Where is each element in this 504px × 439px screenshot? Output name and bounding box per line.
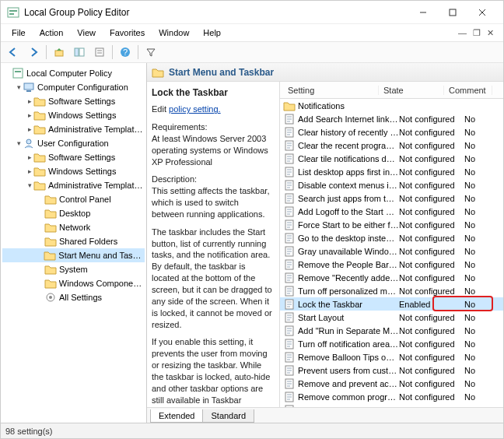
tree-item[interactable]: ▾Administrative Templates — [2, 178, 145, 192]
minimize-button[interactable] — [408, 2, 438, 23]
expand-icon[interactable]: ▸ — [26, 153, 33, 161]
setting-row[interactable]: Turn off notification area clean...Not c… — [280, 337, 503, 350]
setting-state: Not configured — [399, 260, 464, 269]
back-button[interactable] — [4, 44, 23, 61]
setting-row[interactable]: Remove the People Bar from t...Not confi… — [280, 258, 503, 271]
expand-icon[interactable]: ▸ — [26, 125, 33, 133]
close-button[interactable] — [467, 2, 497, 23]
setting-row[interactable]: Go to the desktop instead of St...Not co… — [280, 231, 503, 244]
menu-action[interactable]: Action — [33, 26, 70, 39]
tree-item-label: Shared Folders — [59, 237, 117, 246]
expand-icon[interactable]: ▾ — [26, 181, 33, 189]
up-button[interactable] — [50, 44, 68, 61]
policy-item-icon — [283, 365, 296, 376]
expand-icon[interactable]: ▾ — [15, 139, 23, 147]
setting-row[interactable]: Clear history of recently opene...Not co… — [280, 125, 503, 139]
tree-item[interactable]: Desktop — [2, 206, 145, 220]
tree-item[interactable]: Windows Components — [2, 276, 145, 290]
setting-row[interactable]: Turn off personalized menusNot configure… — [280, 284, 503, 297]
setting-row[interactable]: Force Start to be either full scr...Not … — [280, 218, 503, 231]
comp-icon — [23, 82, 35, 93]
setting-row[interactable]: Remove Favorites menu from ...Not config… — [280, 403, 503, 407]
edit-policy-link[interactable]: policy setting. — [169, 104, 221, 114]
mdi-close-icon[interactable]: ✕ — [487, 28, 494, 38]
show-hide-tree-button[interactable] — [70, 44, 89, 61]
tab-extended[interactable]: Extended — [150, 409, 203, 423]
col-setting[interactable]: Setting — [283, 86, 379, 95]
tree-item[interactable]: Local Computer Policy — [2, 66, 145, 80]
expand-icon[interactable]: ▸ — [26, 111, 33, 119]
tree-item[interactable]: ▸Windows Settings — [2, 164, 145, 178]
setting-row[interactable]: Add "Run in Separate Memory...Not config… — [280, 324, 503, 337]
expand-icon[interactable]: ▸ — [26, 97, 33, 105]
setting-state: Not configured — [399, 141, 464, 150]
tree-item[interactable]: Start Menu and Taskbar — [2, 248, 145, 262]
setting-comment: No — [464, 273, 503, 283]
mdi-restore-icon[interactable]: ❐ — [473, 28, 481, 38]
setting-row[interactable]: Search just apps from the App...Not conf… — [280, 191, 503, 205]
svg-rect-18 — [26, 90, 31, 92]
tree-item[interactable]: ▸Software Settings — [2, 150, 145, 164]
tree-item[interactable]: ▸Windows Settings — [2, 108, 145, 122]
setting-row[interactable]: Lock the TaskbarEnabledNo — [280, 297, 503, 311]
list-body[interactable]: NotificationsAdd Search Internet link to… — [280, 99, 503, 407]
menu-view[interactable]: View — [71, 26, 102, 39]
tree-item[interactable]: ▾User Configuration — [2, 136, 145, 150]
setting-comment: No — [464, 286, 503, 296]
setting-row[interactable]: Clear tile notifications during l...Not … — [280, 152, 503, 165]
setting-row[interactable]: Remove common program gr...Not configure… — [280, 390, 503, 403]
menu-file[interactable]: File — [5, 26, 32, 39]
svg-point-21 — [49, 296, 52, 299]
properties-button[interactable] — [90, 44, 109, 61]
expand-icon[interactable]: ▸ — [26, 167, 33, 175]
folder-icon — [44, 194, 57, 205]
setting-row[interactable]: Remove Balloon Tips on Start ...Not conf… — [280, 350, 503, 363]
setting-comment: No — [464, 128, 503, 137]
col-comment[interactable]: Comment — [444, 86, 492, 95]
tree-panel[interactable]: Local Computer Policy▾Computer Configura… — [1, 63, 147, 423]
policy-item-icon — [283, 140, 296, 151]
app-icon — [7, 6, 19, 19]
tree-item[interactable]: Control Panel — [2, 192, 145, 206]
svg-rect-1 — [9, 10, 17, 12]
filter-button[interactable] — [142, 44, 160, 61]
setting-row[interactable]: Add Logoff to the Start MenuNot configur… — [280, 205, 503, 218]
svg-rect-17 — [24, 83, 33, 90]
folder-icon — [152, 67, 164, 78]
maximize-button[interactable] — [438, 2, 467, 23]
menu-help[interactable]: Help — [197, 26, 227, 39]
setting-row[interactable]: Remove "Recently added" list f...Not con… — [280, 271, 503, 284]
help-button[interactable]: ? — [116, 44, 135, 61]
menu-window[interactable]: Window — [152, 26, 195, 39]
setting-row[interactable]: Notifications — [280, 99, 503, 112]
tree-item[interactable]: System — [2, 262, 145, 276]
tree-item-label: Control Panel — [59, 195, 111, 204]
setting-state: Not configured — [399, 339, 464, 349]
mdi-minimize-icon[interactable]: — — [458, 28, 467, 38]
setting-row[interactable]: List desktop apps first in the A...Not c… — [280, 165, 503, 178]
tree-item[interactable]: All Settings — [2, 290, 145, 304]
col-state[interactable]: State — [379, 86, 444, 95]
setting-row[interactable]: Disable context menus in the S...Not con… — [280, 178, 503, 191]
setting-row[interactable]: Start LayoutNot configuredNo — [280, 311, 503, 324]
tree-item[interactable]: Shared Folders — [2, 234, 145, 248]
tree-item[interactable]: Network — [2, 220, 145, 234]
menu-favorites[interactable]: Favorites — [103, 26, 151, 39]
column-headers[interactable]: Setting State Comment — [280, 82, 503, 99]
policy-item-icon — [283, 246, 296, 257]
tree-item-label: Windows Settings — [48, 167, 116, 176]
setting-comment: No — [464, 326, 503, 335]
tree-item[interactable]: ▸Software Settings — [2, 94, 145, 108]
tree-item[interactable]: ▸Administrative Templates — [2, 122, 145, 136]
tree-item[interactable]: ▾Computer Configuration — [2, 80, 145, 94]
expand-icon[interactable]: ▾ — [15, 83, 23, 91]
setting-row[interactable]: Add Search Internet link to Sta...Not co… — [280, 112, 503, 125]
forward-button[interactable] — [24, 44, 43, 61]
setting-name: Prevent users from customizin... — [298, 366, 399, 375]
setting-row[interactable]: Remove and prevent access to...Not confi… — [280, 377, 503, 390]
setting-row[interactable]: Gray unavailable Windows Inst...Not conf… — [280, 244, 503, 258]
setting-row[interactable]: Clear the recent programs list f...Not c… — [280, 139, 503, 152]
setting-row[interactable]: Prevent users from customizin...Not conf… — [280, 363, 503, 377]
svg-text:?: ? — [123, 47, 128, 57]
tab-standard[interactable]: Standard — [202, 409, 254, 423]
